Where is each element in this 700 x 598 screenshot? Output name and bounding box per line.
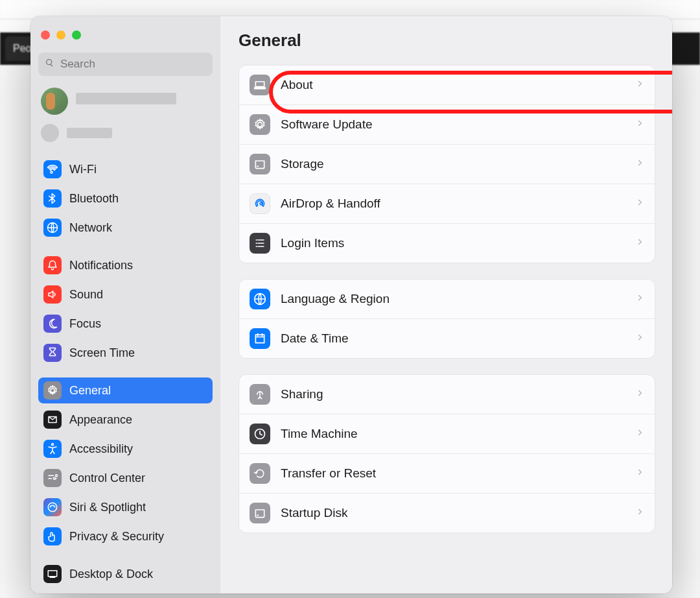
apple-id-profile[interactable] — [41, 88, 210, 115]
bell-icon — [43, 256, 62, 274]
settings-row-label: Date & Time — [281, 331, 625, 346]
settings-section: AboutSoftware UpdateStorageAirDrop & Han… — [239, 65, 655, 263]
settings-row-label: Sharing — [281, 387, 625, 401]
sidebar-item-notifications[interactable]: Notifications — [38, 252, 213, 278]
sidebar-item-label: Network — [69, 221, 112, 235]
sidebar-item-label: Screen Time — [69, 346, 135, 360]
search-input[interactable] — [60, 58, 206, 71]
system-settings-window: Wi-FiBluetoothNetworkNotificationsSoundF… — [30, 16, 672, 593]
sidebar-item-wifi[interactable]: Wi-Fi — [38, 156, 213, 182]
sidebar-item-label: Bluetooth — [69, 192, 119, 206]
settings-row-sharing[interactable]: Sharing — [239, 375, 655, 414]
sidebar-item-desktopdock[interactable]: Desktop & Dock — [38, 561, 213, 587]
minimize-window-button[interactable] — [56, 30, 65, 40]
disk-icon — [250, 154, 270, 174]
close-window-button[interactable] — [41, 30, 50, 40]
chevron-right-icon — [635, 468, 644, 479]
gear-icon — [43, 381, 62, 400]
siri-icon — [43, 498, 62, 516]
chevron-right-icon — [635, 507, 644, 519]
sidebar-item-screentime[interactable]: Screen Time — [38, 340, 213, 366]
settings-row-label: Time Machine — [281, 427, 625, 441]
chevron-right-icon — [635, 389, 644, 400]
sidebar-item-bluetooth[interactable]: Bluetooth — [38, 185, 213, 211]
list-icon — [250, 233, 270, 254]
reset-icon — [250, 463, 270, 484]
sidebar-item-label: Control Center — [69, 472, 145, 485]
sidebar-item-network[interactable]: Network — [38, 215, 213, 241]
settings-row-label: Software Update — [281, 117, 625, 132]
globe-icon — [43, 219, 62, 237]
sidebar-item-focus[interactable]: Focus — [38, 311, 213, 337]
accessibility-icon — [43, 440, 62, 458]
settings-section: SharingTime MachineTransfer or ResetStar… — [239, 374, 655, 533]
profile-name-redacted — [76, 93, 176, 104]
share-icon — [250, 384, 270, 405]
settings-row-timemachine[interactable]: Time Machine — [239, 414, 655, 454]
calendar-icon — [250, 328, 270, 349]
settings-row-label: AirDrop & Handoff — [281, 197, 625, 211]
speaker-icon — [43, 285, 62, 304]
clock-icon — [250, 424, 270, 444]
sidebar-item-displays[interactable]: Displays — [38, 590, 213, 593]
moon-icon — [43, 315, 62, 333]
settings-section: Language & RegionDate & Time — [239, 279, 655, 359]
settings-row-label: Transfer or Reset — [281, 466, 625, 481]
dock-icon — [43, 565, 62, 583]
chevron-right-icon — [635, 79, 644, 91]
avatar — [41, 88, 68, 115]
gear-icon — [250, 114, 270, 135]
window-controls — [41, 30, 213, 40]
sidebar-item-label: Focus — [69, 317, 101, 331]
sidebar-item-privacy[interactable]: Privacy & Security — [38, 523, 213, 549]
settings-row-label: Storage — [281, 157, 625, 171]
settings-row-startupdisk[interactable]: Startup Disk — [239, 494, 655, 532]
settings-row-storage[interactable]: Storage — [239, 145, 655, 184]
family-avatar — [41, 124, 59, 142]
hourglass-icon — [43, 344, 62, 362]
sidebar-item-siri[interactable]: Siri & Spotlight — [38, 494, 213, 520]
laptop-icon — [250, 75, 270, 95]
chevron-right-icon — [635, 119, 644, 130]
airdrop-icon — [250, 193, 270, 214]
sidebar-item-label: Appearance — [69, 413, 132, 427]
search-icon — [45, 58, 55, 71]
chevron-right-icon — [635, 237, 644, 249]
family-row[interactable] — [41, 124, 210, 142]
bluetooth-icon — [43, 189, 62, 208]
chevron-right-icon — [635, 428, 644, 440]
settings-row-label: Startup Disk — [281, 506, 625, 520]
sidebar-item-label: Accessibility — [69, 442, 133, 456]
sidebar-item-label: General — [69, 384, 111, 398]
sidebar-item-appearance[interactable]: Appearance — [38, 407, 213, 433]
zoom-window-button[interactable] — [72, 30, 81, 40]
page-title: General — [239, 30, 655, 51]
sidebar-item-controlcenter[interactable]: Control Center — [38, 465, 213, 491]
sidebar-item-label: Privacy & Security — [69, 530, 164, 544]
disk-icon — [250, 503, 270, 523]
chevron-right-icon — [635, 198, 644, 209]
globe-icon — [250, 289, 270, 309]
hand-icon — [43, 527, 62, 545]
settings-row-label: Login Items — [281, 236, 625, 250]
content-pane: General AboutSoftware UpdateStorageAirDr… — [220, 16, 672, 593]
switches-icon — [43, 469, 62, 487]
chevron-right-icon — [635, 333, 644, 344]
sidebar-item-label: Sound — [69, 288, 103, 302]
settings-row-airdrop[interactable]: AirDrop & Handoff — [239, 184, 655, 224]
settings-row-softwareupdate[interactable]: Software Update — [239, 105, 655, 145]
sidebar-item-label: Notifications — [69, 259, 133, 272]
settings-row-transfer[interactable]: Transfer or Reset — [239, 454, 655, 494]
sidebar-item-general[interactable]: General — [38, 377, 213, 403]
sidebar-item-label: Wi-Fi — [69, 163, 97, 176]
settings-row-langregion[interactable]: Language & Region — [239, 280, 655, 319]
wifi-icon — [43, 160, 62, 178]
settings-row-datetime[interactable]: Date & Time — [239, 319, 655, 358]
sidebar-item-accessibility[interactable]: Accessibility — [38, 436, 213, 462]
appearance-icon — [43, 411, 62, 429]
settings-row-about[interactable]: About — [239, 66, 655, 105]
sidebar-item-sound[interactable]: Sound — [38, 281, 213, 307]
settings-row-loginitems[interactable]: Login Items — [239, 224, 655, 263]
settings-row-label: Language & Region — [281, 292, 625, 306]
search-field[interactable] — [38, 53, 213, 76]
